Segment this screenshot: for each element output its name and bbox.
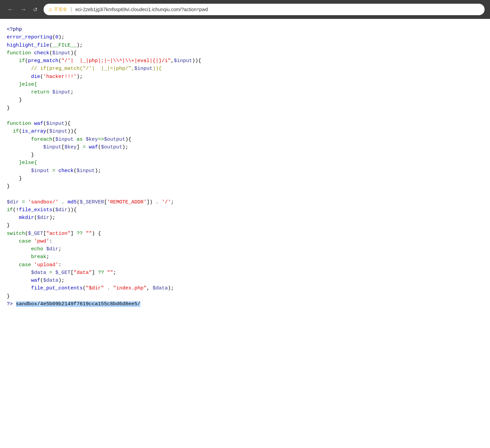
- code-line-14: foreach($input as $key=>$output){: [7, 136, 483, 143]
- address-bar[interactable]: ⚠ 不安全 | eci-2zeb1jg3i7kmfssp69vi.cloudec…: [44, 4, 485, 15]
- code-line-33: }: [7, 292, 483, 300]
- code-line-13: if(is_array($input)){: [7, 128, 483, 135]
- blank-line-1: [7, 112, 483, 120]
- code-line-34: ?> sandbox/4e5b09b2149f7619cca155c8bd6d8…: [7, 300, 483, 308]
- code-line-31: waf($data);: [7, 277, 483, 284]
- browser-chrome: ← → ↺ ⚠ 不安全 | eci-2zeb1jg3i7kmfssp69vi.c…: [0, 0, 490, 19]
- code-line-8: }else{: [7, 81, 483, 88]
- code-line-3: highlight_file(__FILE__);: [7, 41, 483, 49]
- code-line-21: $dir = 'sandbox/' . md5($_SERVER['REMOTE…: [7, 198, 483, 206]
- code-display: <?php error_reporting(0); highlight_file…: [0, 19, 490, 321]
- code-line-20: }: [7, 183, 483, 190]
- warning-icon: ⚠: [48, 7, 53, 12]
- code-line-10: }: [7, 96, 483, 104]
- nav-buttons: ← → ↺: [5, 5, 39, 15]
- code-line-1: <?php: [7, 26, 483, 33]
- code-line-2: error_reporting(0);: [7, 33, 483, 41]
- code-line-5: if(preg_match("/'| |_|php|;|~|\\^|\\+|ev…: [7, 57, 483, 65]
- code-line-7: die('hacker!!!');: [7, 73, 483, 81]
- code-line-26: case 'pwd':: [7, 237, 483, 245]
- divider: |: [70, 7, 73, 12]
- security-warning: ⚠ 不安全: [48, 6, 67, 12]
- code-line-24: }: [7, 222, 483, 229]
- back-button[interactable]: ←: [5, 5, 16, 15]
- code-line-23: mkdir($dir);: [7, 214, 483, 222]
- code-line-4: function check($input){: [7, 49, 483, 57]
- code-line-32: file_put_contents("$dir" . "index.php", …: [7, 284, 483, 292]
- code-line-19: }: [7, 175, 483, 183]
- code-line-11: }: [7, 104, 483, 112]
- forward-button[interactable]: →: [18, 5, 28, 15]
- url-text: eci-2zeb1jg3i7kmfssp69vi.cloudeci1.ichun…: [75, 7, 208, 12]
- output-highlighted: sandbox/4e5b09b2149f7619cca155c8bd6d8ee5…: [16, 301, 140, 307]
- code-line-9: return $input;: [7, 88, 483, 96]
- code-line-18: $input = check($input);: [7, 167, 483, 175]
- code-line-17: }else{: [7, 159, 483, 167]
- code-line-15: $input[$key] = waf($output);: [7, 143, 483, 151]
- code-line-6: // if(preg_match("/'| |_|=|php/",$input)…: [7, 65, 483, 73]
- blank-line-2: [7, 190, 483, 198]
- security-label: 不安全: [54, 6, 67, 12]
- code-line-12: function waf($input){: [7, 120, 483, 128]
- code-line-30: $data = $_GET["data"] ?? "";: [7, 269, 483, 277]
- code-line-28: break;: [7, 253, 483, 261]
- code-line-29: case 'upload':: [7, 261, 483, 269]
- code-line-25: switch($_GET["action"] ?? "") {: [7, 230, 483, 237]
- code-line-27: echo $dir;: [7, 245, 483, 253]
- code-line-22: if(!file_exists($dir)){: [7, 206, 483, 214]
- reload-button[interactable]: ↺: [31, 5, 39, 14]
- code-line-16: }: [7, 151, 483, 159]
